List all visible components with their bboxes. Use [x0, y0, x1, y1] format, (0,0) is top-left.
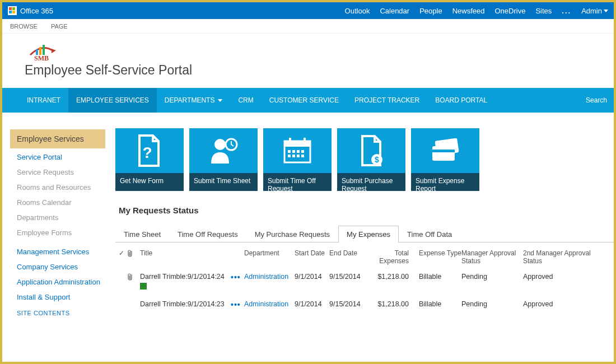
suite-brand-area[interactable]: Office 365 — [8, 6, 53, 15]
svg-rect-20 — [292, 155, 295, 157]
section-title: My Requests Status — [115, 206, 614, 215]
tile-submit-timesheet[interactable]: Submit Time Sheet — [189, 128, 258, 191]
tile-submit-expense[interactable]: Submit Expense Report — [411, 128, 479, 191]
tab-my-purchase-requests[interactable]: My Purchase Requests — [246, 226, 338, 242]
row-mgr2: Approved — [523, 300, 601, 308]
row-total: $1,218.00 — [367, 300, 419, 308]
sidebar-group-management[interactable]: Management Services — [10, 244, 109, 259]
row-menu-icon[interactable]: ••• — [231, 273, 244, 282]
suite-link-sites[interactable]: Sites — [535, 7, 552, 15]
ribbon-tab-browse[interactable]: BROWSE — [10, 23, 38, 30]
col-dept[interactable]: Department — [244, 249, 295, 265]
smb-logo-text: SMB — [34, 54, 49, 62]
suite-link-onedrive[interactable]: OneDrive — [494, 7, 525, 15]
request-tabs: Time Sheet Time Off Requests My Purchase… — [115, 225, 614, 242]
suite-link-people[interactable]: People — [419, 7, 442, 15]
svg-rect-16 — [292, 150, 295, 153]
row-exptype: Billable — [419, 273, 461, 281]
tab-my-expenses[interactable]: My Expenses — [338, 226, 399, 242]
table-row[interactable]: Darrell Trimble:9/1/2014:24 ••• Administ… — [115, 268, 614, 296]
col-title[interactable]: Title — [140, 249, 231, 265]
table-row[interactable]: Darrell Trimble:9/1/2014:23 ••• Administ… — [115, 296, 614, 314]
sidebar-item-service-portal[interactable]: Service Portal — [10, 150, 109, 165]
tile-label: Submit Purchase Request — [337, 173, 405, 191]
sidebar-item-departments[interactable]: Departments — [10, 210, 109, 225]
row-dept[interactable]: Administration — [244, 300, 295, 308]
col-menu-spacer — [231, 249, 244, 265]
col-end[interactable]: End Date — [329, 249, 367, 265]
col-check[interactable]: ✓ — [115, 249, 128, 265]
suite-links: Outlook Calendar People Newsfeed OneDriv… — [345, 7, 608, 15]
row-menu-icon[interactable]: ••• — [231, 300, 244, 309]
smb-logo-icon[interactable]: SMB — [25, 39, 58, 62]
svg-rect-12 — [284, 141, 310, 147]
row-start: 9/1/2014 — [295, 273, 329, 281]
svg-rect-2 — [9, 11, 12, 13]
row-end: 9/15/2014 — [329, 273, 367, 281]
col-total[interactable]: Total Expenses — [367, 249, 419, 265]
svg-rect-22 — [301, 155, 304, 157]
suite-link-outlook[interactable]: Outlook — [345, 7, 370, 15]
tab-time-off-data[interactable]: Time Off Data — [399, 226, 460, 242]
row-start: 9/1/2014 — [295, 300, 329, 308]
tile-submit-purchase[interactable]: $ Submit Purchase Request — [337, 128, 405, 191]
col-attach — [128, 249, 140, 265]
tile-label: Submit Time Sheet — [189, 173, 258, 191]
attachment-icon[interactable] — [128, 273, 140, 281]
suite-admin-menu[interactable]: Admin — [581, 7, 608, 15]
sidebar-header: Employee Services — [10, 129, 105, 148]
svg-rect-0 — [9, 7, 12, 10]
svg-marker-4 — [52, 49, 56, 53]
tile-submit-time-off[interactable]: Submit Time Off Request — [263, 128, 332, 191]
sidebar-group-company[interactable]: Company Services — [10, 259, 109, 274]
tile-get-new-form[interactable]: ? Get New Form — [115, 128, 184, 191]
tab-time-off-requests[interactable]: Time Off Requests — [169, 226, 246, 242]
row-mgr2: Approved — [523, 273, 601, 281]
sidebar-group-app-admin[interactable]: Application Administration — [10, 274, 109, 289]
topnav-board-portal[interactable]: BOARD PORTAL — [427, 88, 495, 113]
col-exptype[interactable]: Expense Type — [419, 249, 461, 265]
form-question-icon: ? — [115, 128, 184, 173]
svg-rect-14 — [304, 138, 306, 143]
topnav-project-tracker[interactable]: PROJECT TRACKER — [347, 88, 427, 113]
main-area: Employee Services Service Portal Service… — [2, 113, 614, 316]
suite-more-icon[interactable]: ... — [562, 7, 571, 15]
suite-link-calendar[interactable]: Calendar — [380, 7, 409, 15]
tile-label: Get New Form — [115, 173, 184, 191]
topnav-departments[interactable]: DEPARTMENTS — [157, 88, 231, 113]
svg-rect-1 — [12, 7, 15, 10]
col-mgr1[interactable]: Manager Approval Status — [461, 249, 523, 265]
sidebar-item-employee-forms[interactable]: Employee Forms — [10, 225, 109, 240]
tile-label: Submit Expense Report — [411, 173, 479, 191]
ribbon-tab-page[interactable]: PAGE — [51, 23, 68, 30]
svg-rect-21 — [297, 155, 300, 157]
sidebar-site-contents[interactable]: SITE CONTENTS — [10, 304, 109, 316]
suite-link-newsfeed[interactable]: Newsfeed — [452, 7, 485, 15]
topnav-search[interactable]: Search — [579, 88, 614, 113]
topnav-crm[interactable]: CRM — [230, 88, 261, 113]
sidebar-item-rooms-resources[interactable]: Rooms and Resources — [10, 180, 109, 195]
svg-text:?: ? — [142, 144, 152, 161]
topnav-intranet[interactable]: INTRANET — [19, 88, 68, 113]
topnav-employee-services[interactable]: EMPLOYEE SERVICES — [68, 88, 157, 113]
topnav-customer-service[interactable]: CUSTOMER SERVICE — [262, 88, 347, 113]
svg-rect-6 — [39, 47, 41, 55]
tab-time-sheet[interactable]: Time Sheet — [115, 226, 169, 242]
tile-label: Submit Time Off Request — [263, 173, 332, 191]
page-title: Employee Self-Service Portal — [25, 63, 591, 78]
sidebar-group-install-support[interactable]: Install & Support — [10, 289, 109, 304]
sidebar-item-service-requests[interactable]: Service Requests — [10, 165, 109, 180]
office-logo-icon — [8, 6, 17, 15]
row-dept[interactable]: Administration — [244, 273, 295, 281]
excel-icon — [140, 283, 147, 290]
sidebar-item-rooms-calendar[interactable]: Rooms Calendar — [10, 195, 109, 210]
col-mgr2[interactable]: 2nd Manager Approval Status — [523, 249, 601, 265]
row-title[interactable]: Darrell Trimble:9/1/2014:23 — [140, 300, 231, 308]
row-title[interactable]: Darrell Trimble:9/1/2014:24 — [140, 273, 231, 291]
content-area: ? Get New Form Submit Time Sheet Submit … — [109, 113, 614, 316]
col-start[interactable]: Start Date — [295, 249, 329, 265]
row-end: 9/15/2014 — [329, 300, 367, 308]
svg-text:$: $ — [375, 155, 379, 164]
row-mgr1: Pending — [461, 273, 523, 281]
credit-card-icon — [411, 128, 479, 173]
